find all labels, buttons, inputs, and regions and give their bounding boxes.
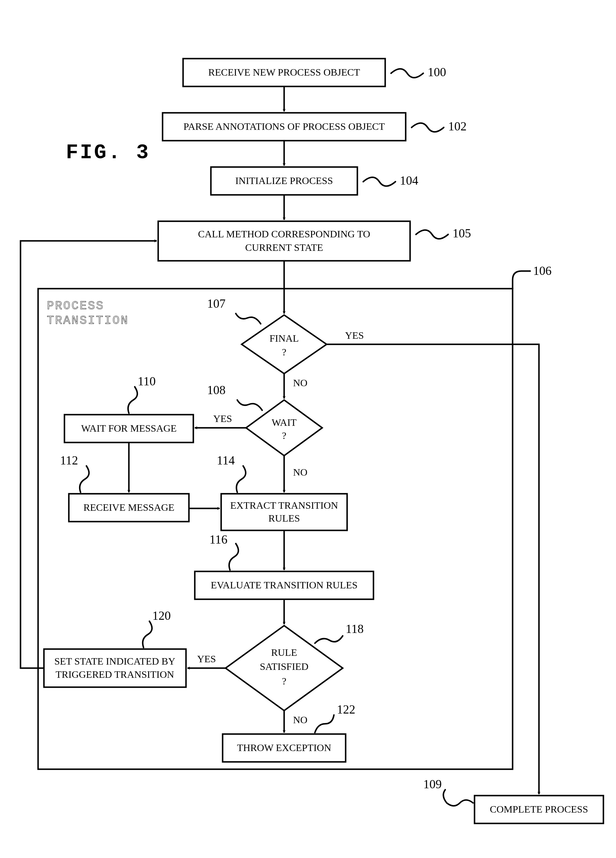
ref-100: 100 bbox=[428, 65, 446, 79]
node-110: WAIT FOR MESSAGE bbox=[64, 415, 193, 443]
ref-lead-109 bbox=[444, 790, 473, 806]
ref-lead-100 bbox=[391, 69, 423, 78]
node-122: THROW EXCEPTION bbox=[223, 734, 346, 762]
ref-lead-110 bbox=[128, 387, 137, 413]
node-107-line1: FINAL bbox=[270, 333, 299, 344]
node-109: COMPLETE PROCESS bbox=[475, 796, 604, 824]
ref-105: 105 bbox=[453, 227, 471, 240]
ref-120: 120 bbox=[152, 609, 171, 622]
ref-122: 122 bbox=[337, 703, 355, 716]
ref-lead-114 bbox=[236, 466, 246, 492]
ref-lead-102 bbox=[411, 123, 444, 132]
node-100-text: RECEIVE NEW PROCESS OBJECT bbox=[208, 67, 360, 78]
ref-lead-107 bbox=[236, 314, 261, 324]
ref-109: 109 bbox=[423, 777, 442, 791]
ref-lead-106 bbox=[513, 271, 530, 289]
ref-lead-116 bbox=[229, 544, 239, 570]
node-118-line3: ? bbox=[282, 676, 286, 687]
ref-106: 106 bbox=[533, 264, 552, 278]
container-label-1: PROCESS bbox=[47, 300, 104, 312]
node-114: EXTRACT TRANSITION RULES bbox=[221, 494, 347, 530]
node-118-line1: RULE bbox=[271, 647, 297, 658]
node-108-line1: WAIT bbox=[272, 417, 297, 428]
ref-116: 116 bbox=[209, 533, 227, 546]
edge-107-no: NO bbox=[293, 378, 307, 388]
node-110-text: WAIT FOR MESSAGE bbox=[81, 423, 177, 434]
node-102: PARSE ANNOTATIONS OF PROCESS OBJECT bbox=[163, 113, 406, 141]
ref-114: 114 bbox=[217, 454, 234, 467]
ref-lead-108 bbox=[237, 400, 262, 410]
edge-118-yes: YES bbox=[197, 653, 216, 664]
node-109-text: COMPLETE PROCESS bbox=[490, 804, 588, 814]
node-114-line2: RULES bbox=[268, 513, 300, 524]
node-105-line1: CALL METHOD CORRESPONDING TO bbox=[198, 228, 370, 239]
node-102-text: PARSE ANNOTATIONS OF PROCESS OBJECT bbox=[183, 121, 385, 132]
node-107: FINAL ? bbox=[242, 315, 327, 374]
svg-rect-8 bbox=[221, 494, 347, 530]
figure-label: FIG. 3 bbox=[66, 141, 150, 165]
edge-107-yes: YES bbox=[345, 330, 364, 341]
node-120-line1: SET STATE INDICATED BY bbox=[54, 656, 175, 667]
node-108: WAIT ? bbox=[246, 400, 322, 455]
node-104-text: INITIALIZE PROCESS bbox=[235, 175, 333, 186]
ref-108: 108 bbox=[207, 383, 225, 397]
edge-108-no: NO bbox=[293, 467, 307, 478]
ref-104: 104 bbox=[400, 174, 418, 187]
node-112-text: RECEIVE MESSAGE bbox=[84, 502, 175, 513]
ref-lead-104 bbox=[363, 177, 396, 186]
ref-102: 102 bbox=[448, 120, 467, 133]
node-100: RECEIVE NEW PROCESS OBJECT bbox=[183, 59, 385, 87]
node-108-line2: ? bbox=[282, 430, 286, 441]
node-116: EVALUATE TRANSITION RULES bbox=[195, 571, 374, 599]
ref-lead-120 bbox=[143, 621, 152, 648]
ref-lead-112 bbox=[80, 466, 89, 492]
ref-110: 110 bbox=[138, 375, 155, 388]
ref-lead-122 bbox=[315, 715, 334, 732]
svg-marker-5 bbox=[246, 400, 322, 455]
node-112: RECEIVE MESSAGE bbox=[69, 494, 189, 522]
node-120-line2: TRIGGERED TRANSITION bbox=[56, 669, 174, 680]
svg-marker-4 bbox=[242, 315, 327, 374]
node-120: SET STATE INDICATED BY TRIGGERED TRANSIT… bbox=[44, 649, 186, 687]
node-122-text: THROW EXCEPTION bbox=[237, 742, 331, 753]
edge-118-no: NO bbox=[293, 714, 307, 725]
node-114-line1: EXTRACT TRANSITION bbox=[230, 500, 338, 511]
svg-rect-3 bbox=[158, 221, 410, 261]
container-label-2: TRANSITION bbox=[47, 314, 129, 327]
node-107-line2: ? bbox=[282, 347, 286, 358]
node-105: CALL METHOD CORRESPONDING TO CURRENT STA… bbox=[158, 221, 410, 261]
edge-107-109 bbox=[327, 344, 539, 794]
node-118-line2: SATISFIED bbox=[260, 661, 309, 672]
flowchart: FIG. 3 RECEIVE NEW PROCESS OBJECT 100 PA… bbox=[0, 0, 616, 858]
node-104: INITIALIZE PROCESS bbox=[211, 167, 357, 195]
svg-rect-11 bbox=[44, 649, 186, 687]
node-116-text: EVALUATE TRANSITION RULES bbox=[211, 580, 357, 591]
ref-112: 112 bbox=[60, 454, 78, 467]
node-105-line2: CURRENT STATE bbox=[245, 242, 323, 253]
ref-lead-118 bbox=[315, 636, 343, 643]
edge-108-yes: YES bbox=[213, 413, 232, 424]
ref-lead-105 bbox=[416, 230, 448, 239]
ref-118: 118 bbox=[346, 622, 363, 636]
ref-107: 107 bbox=[207, 297, 225, 310]
